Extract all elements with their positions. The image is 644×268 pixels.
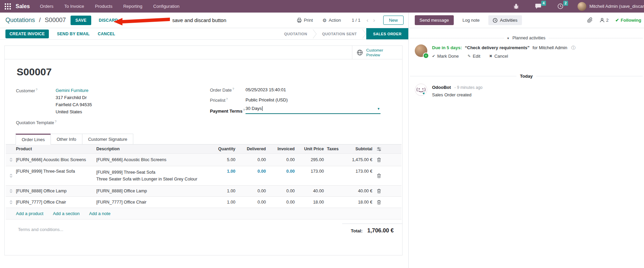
text-cursor — [262, 106, 262, 111]
tab-customer-signature[interactable]: Customer Signature — [82, 134, 134, 145]
drag-handle-icon[interactable] — [6, 174, 16, 178]
send-by-email-button[interactable]: SEND BY EMAIL — [57, 32, 90, 36]
menu-orders[interactable]: Orders — [40, 4, 54, 9]
status-quotation[interactable]: QUOTATION — [279, 28, 313, 39]
create-invoice-button[interactable]: CREATE INVOICE — [5, 30, 49, 38]
add-product-link[interactable]: Add a product — [16, 211, 43, 216]
drag-handle-icon[interactable] — [6, 158, 16, 162]
cell-product[interactable]: [FURN_8888] Office Lamp — [16, 189, 96, 193]
attachment-paperclip-icon[interactable] — [587, 17, 593, 23]
user-menu[interactable]: Mitchell Admin (save_discar — [578, 2, 644, 11]
menu-configuration[interactable]: Configuration — [153, 4, 179, 9]
new-button[interactable]: New — [383, 16, 404, 25]
globe-icon — [357, 50, 363, 56]
debug-bug-icon[interactable] — [513, 3, 519, 9]
cell-unit-price[interactable]: 40.00 — [295, 189, 324, 193]
printer-icon — [297, 18, 302, 23]
delete-line-icon[interactable] — [372, 189, 385, 193]
tab-order-lines[interactable]: Order Lines — [16, 134, 51, 145]
drag-handle-icon[interactable] — [6, 189, 16, 193]
cell-delivered[interactable]: 0.00 — [235, 157, 266, 162]
customer-preview-button[interactable]: Customer Preview — [352, 46, 402, 59]
pricelist-value[interactable]: Public Pricelist (USD) — [246, 97, 288, 102]
followers-button[interactable]: 2 — [600, 18, 608, 23]
mark-done-button[interactable]: ✔ Mark Done — [432, 54, 459, 59]
cell-quantity[interactable]: 5.00 — [216, 157, 235, 162]
cell-invoiced[interactable]: 0.00 — [266, 200, 295, 205]
send-message-button[interactable]: Send message — [415, 15, 454, 25]
table-header-row: Product Description Quantity Delivered I… — [6, 145, 402, 154]
terms-placeholder[interactable]: Terms and conditions... — [18, 227, 63, 232]
cell-quantity[interactable]: 1.00 — [216, 200, 235, 205]
col-header-description[interactable]: Description — [96, 146, 216, 152]
optional-columns-icon[interactable] — [372, 147, 385, 152]
cell-product[interactable]: [FURN_6666] Acoustic Bloc Screens — [16, 157, 96, 162]
cell-description[interactable]: [FURN_6666] Acoustic Bloc Screens — [96, 156, 216, 163]
cell-description[interactable]: [FURN_7777] Office Chair — [96, 199, 216, 206]
menu-reporting[interactable]: Reporting — [123, 4, 142, 9]
action-button[interactable]: ⚙ Action — [323, 18, 341, 23]
col-header-subtotal[interactable]: Subtotal — [349, 147, 372, 151]
cell-invoiced[interactable]: 0.00 — [266, 157, 295, 162]
pager-next-icon[interactable]: › — [373, 17, 375, 23]
status-quotation-sent[interactable]: QUOTATION SENT — [317, 28, 362, 39]
following-button[interactable]: ✔ Following — [615, 18, 641, 23]
cell-delivered[interactable]: 0.00 — [235, 189, 266, 193]
cell-invoiced[interactable]: 0.00 — [266, 169, 295, 174]
cell-product[interactable]: [FURN_8999] Three-Seat Sofa — [16, 169, 96, 174]
cell-description[interactable]: [FURN_8888] Office Lamp — [96, 188, 216, 194]
dropdown-caret-icon[interactable]: ▾ — [377, 107, 379, 111]
cell-unit-price[interactable]: 18.00 — [295, 200, 324, 205]
cell-invoiced[interactable]: 0.00 — [266, 189, 295, 193]
payment-terms-input[interactable]: 30 Days ▾ — [246, 106, 380, 114]
menu-products[interactable]: Products — [95, 4, 112, 9]
cell-unit-price[interactable]: 295.00 — [295, 157, 324, 162]
messages-badge: 4 — [541, 1, 546, 6]
add-section-link[interactable]: Add a section — [53, 211, 80, 216]
activities-clock-icon[interactable]: 2 — [558, 3, 563, 9]
delete-line-icon[interactable] — [372, 200, 385, 205]
save-button[interactable]: SAVE — [71, 16, 91, 25]
cell-quantity[interactable]: 1.00 — [216, 189, 235, 193]
col-header-invoiced[interactable]: Invoiced — [266, 147, 295, 151]
delete-line-icon[interactable] — [372, 173, 385, 178]
app-name[interactable]: Sales — [16, 3, 30, 9]
cancel-activity-button[interactable]: ✖ Cancel — [489, 54, 508, 59]
menu-to-invoice[interactable]: To Invoice — [64, 4, 84, 9]
log-note-button[interactable]: Log note — [459, 15, 483, 25]
quotation-template-label: Quotation Template? — [16, 120, 57, 125]
edit-activity-button[interactable]: ✎ Edit — [468, 54, 481, 59]
order-date-value[interactable]: 05/25/2023 15:40:01 — [246, 87, 286, 92]
breadcrumb: Quotations / S00007 — [5, 17, 66, 24]
cell-product[interactable]: [FURN_7777] Office Chair — [16, 200, 96, 205]
activity-avatar: ≡ — [415, 44, 427, 57]
cell-unit-price[interactable]: 173.00 — [295, 169, 324, 174]
planned-activities-label[interactable]: Planned activities — [512, 36, 545, 40]
messages-icon[interactable]: 4 — [535, 3, 541, 9]
add-note-link[interactable]: Add a note — [89, 211, 111, 216]
schedule-activity-button[interactable]: Activities — [488, 15, 522, 25]
tab-other-info[interactable]: Other Info — [51, 134, 82, 145]
cell-delivered[interactable]: 0.00 — [235, 200, 266, 205]
col-header-taxes[interactable]: Taxes — [324, 147, 349, 151]
cell-quantity[interactable]: 1.00 — [216, 169, 235, 174]
cancel-button[interactable]: CANCEL — [98, 32, 115, 36]
col-header-unit-price[interactable]: Unit Price — [295, 147, 324, 151]
drag-handle-icon[interactable] — [6, 200, 16, 204]
delete-line-icon[interactable] — [372, 157, 385, 162]
odoobot-avatar: ♥ — [415, 83, 427, 97]
col-header-quantity[interactable]: Quantity — [216, 147, 235, 151]
info-icon[interactable]: ⓘ — [571, 45, 575, 50]
print-button[interactable]: Print — [297, 18, 313, 23]
customer-name-link[interactable]: Gemini Furniture — [56, 88, 89, 93]
col-header-delivered[interactable]: Delivered — [235, 147, 266, 151]
cell-delivered[interactable]: 0.00 — [235, 169, 266, 174]
cell-description[interactable]: [FURN_8999] Three-Seat Sofa Three Seater… — [96, 169, 216, 183]
collapse-caret-icon[interactable]: ▾ — [507, 36, 509, 40]
apps-menu-icon[interactable] — [5, 3, 11, 9]
followers-count: 2 — [606, 18, 608, 23]
breadcrumb-quotations-link[interactable]: Quotations — [5, 17, 35, 23]
col-header-product[interactable]: Product — [16, 147, 96, 151]
status-sales-order[interactable]: SALES ORDER — [366, 28, 408, 39]
pager-previous-icon[interactable]: ‹ — [367, 17, 369, 23]
